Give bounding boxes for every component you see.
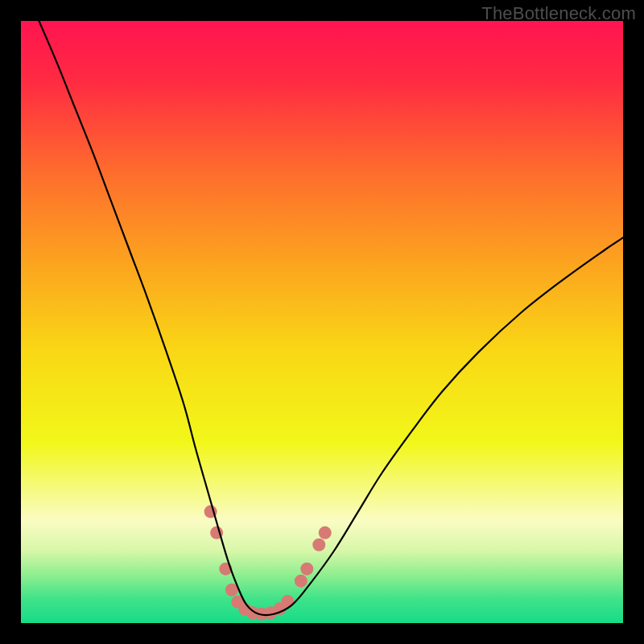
watermark-text: TheBottleneck.com — [481, 3, 636, 24]
outer-frame: TheBottleneck.com — [0, 0, 644, 644]
highlight-marker — [295, 575, 308, 588]
highlight-marker — [312, 539, 325, 551]
highlight-marker — [300, 563, 313, 576]
chart-svg — [21, 21, 623, 623]
plot-area — [21, 21, 623, 623]
highlight-marker — [319, 526, 332, 539]
